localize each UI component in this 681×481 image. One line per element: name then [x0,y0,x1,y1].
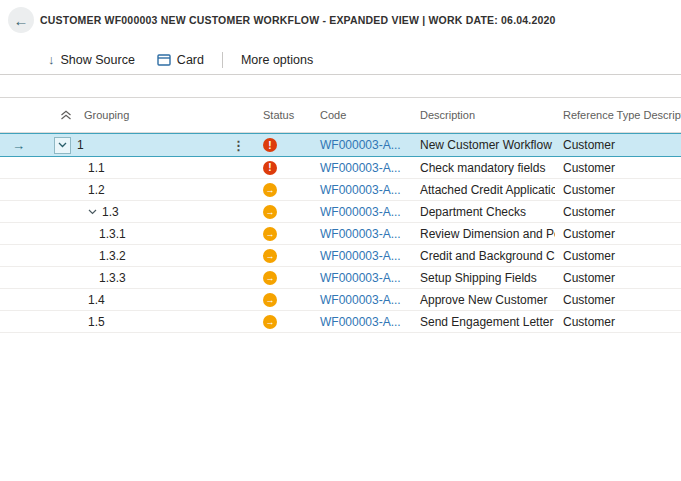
description-column-header[interactable]: Description [412,109,555,121]
reference-value: Customer [555,138,681,152]
show-source-label: Show Source [61,53,135,67]
status-cell [255,160,312,175]
grouping-value: 1.3.2 [99,249,126,263]
table-row[interactable]: 1.2 WF000003-A... Attached Credit Applic… [0,179,681,201]
reference-value: Customer [555,315,681,329]
code-link[interactable]: WF000003-A... [320,293,401,307]
table-header-row: Grouping Status Code Description Referen… [0,97,681,133]
description-value: Approve New Customer [412,293,555,307]
grouping-cell: 1.3.2 [40,245,255,266]
row-menu-icon[interactable]: ⋮ [232,138,245,153]
grouping-cell: 1.3.3 [40,267,255,288]
table-row[interactable]: → 1 ⋮ WF000003-A... New Customer Workflo… [0,133,681,157]
code-cell: WF000003-A... [312,183,412,197]
table-row[interactable]: 1.3 WF000003-A... Department Checks Cust… [0,201,681,223]
code-link[interactable]: WF000003-A... [320,315,401,329]
status-cell [255,204,312,219]
code-link[interactable]: WF000003-A... [320,183,401,197]
code-link[interactable]: WF000003-A... [320,249,401,263]
back-button[interactable]: ← [8,7,34,33]
status-cell [255,226,312,241]
current-row-arrow-icon: → [0,138,40,153]
code-link[interactable]: WF000003-A... [320,227,401,241]
workflow-table: Grouping Status Code Description Referen… [0,97,681,333]
reference-value: Customer [555,205,681,219]
code-link[interactable]: WF000003-A... [320,205,401,219]
status-in-progress-icon [263,183,277,197]
grouping-value: 1.1 [88,161,105,175]
status-cell [255,182,312,197]
status-column-header[interactable]: Status [255,109,312,121]
reference-value: Customer [555,161,681,175]
code-cell: WF000003-A... [312,161,412,175]
status-cell [255,248,312,263]
action-toolbar: ↓ Show Source Card More options [0,45,681,75]
grouping-cell: 1 ⋮ [40,134,255,156]
table-row[interactable]: 1.5 WF000003-A... Send Engagement Letter… [0,311,681,333]
arrow-left-icon: ← [14,12,29,29]
grouping-cell: 1.3.1 [40,223,255,244]
code-cell: WF000003-A... [312,227,412,241]
code-cell: WF000003-A... [312,205,412,219]
description-value: Attached Credit Application [412,183,555,197]
workflow-expanded-view-page: ← CUSTOMER WF000003 NEW CUSTOMER WORKFLO… [0,0,681,481]
description-value: Check mandatory fields [412,161,555,175]
code-cell: WF000003-A... [312,293,412,307]
show-source-button[interactable]: ↓ Show Source [48,53,135,67]
table-row[interactable]: 1.3.2 WF000003-A... Credit and Backgroun… [0,245,681,267]
grouping-value: 1.4 [88,293,105,307]
grouping-value: 1.5 [88,315,105,329]
status-cell [255,270,312,285]
code-column-header[interactable]: Code [312,109,412,121]
status-in-progress-icon [263,271,277,285]
grouping-cell: 1.3 [40,201,255,222]
table-row[interactable]: 1.3.1 WF000003-A... Review Dimension and… [0,223,681,245]
collapse-row-button[interactable] [54,137,71,154]
toolbar-separator [222,52,223,68]
code-cell: WF000003-A... [312,249,412,263]
status-cell [255,292,312,307]
collapse-all-icon[interactable] [60,110,72,120]
card-button[interactable]: Card [157,53,204,67]
description-value: Department Checks [412,205,555,219]
grouping-cell: 1.1 [40,157,255,178]
page-title: CUSTOMER WF000003 NEW CUSTOMER WORKFLOW … [40,14,556,26]
description-value: Credit and Background Ch... [412,249,555,263]
status-in-progress-icon [263,249,277,263]
code-cell: WF000003-A... [312,138,412,152]
download-arrow-icon: ↓ [48,53,55,66]
status-error-icon [263,161,277,175]
reference-column-header[interactable]: Reference Type Description [555,109,681,121]
grouping-cell: 1.4 [40,289,255,310]
table-row[interactable]: 1.3.3 WF000003-A... Setup Shipping Field… [0,267,681,289]
grouping-cell: 1.5 [40,311,255,332]
status-in-progress-icon [263,315,277,329]
more-options-button[interactable]: More options [241,53,313,67]
table-row[interactable]: 1.4 WF000003-A... Approve New Customer C… [0,289,681,311]
reference-value: Customer [555,249,681,263]
description-value: Review Dimension and Po... [412,227,555,241]
collapse-row-button[interactable] [88,209,97,215]
status-in-progress-icon [263,293,277,307]
status-in-progress-icon [263,205,277,219]
grouping-value: 1.3.1 [99,227,126,241]
grouping-value: 1.2 [88,183,105,197]
status-cell [255,138,312,153]
status-cell [255,314,312,329]
grouping-value: 1.3 [102,205,119,219]
grouping-cell: 1.2 [40,179,255,200]
reference-value: Customer [555,271,681,285]
reference-value: Customer [555,227,681,241]
card-icon [157,54,171,66]
code-cell: WF000003-A... [312,271,412,285]
table-row[interactable]: 1.1 WF000003-A... Check mandatory fields… [0,157,681,179]
grouping-column-header: Grouping [40,109,255,121]
code-link[interactable]: WF000003-A... [320,161,401,175]
description-value: New Customer Workflow [412,138,555,152]
code-link[interactable]: WF000003-A... [320,138,401,152]
reference-value: Customer [555,293,681,307]
code-cell: WF000003-A... [312,315,412,329]
grouping-header-label[interactable]: Grouping [84,109,129,121]
grouping-value: 1 [77,138,84,152]
code-link[interactable]: WF000003-A... [320,271,401,285]
